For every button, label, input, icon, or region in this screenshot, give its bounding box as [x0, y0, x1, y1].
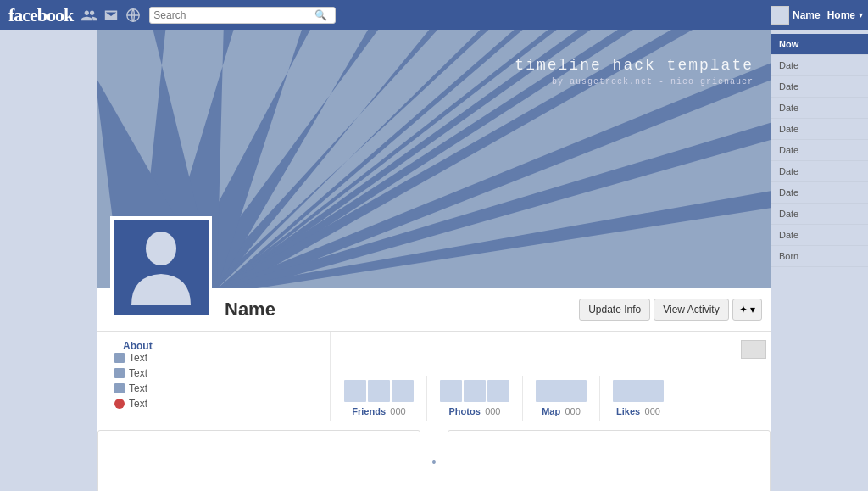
main-container: timeline hack template by ausgetrock.net… — [0, 30, 868, 491]
navbar: facebook 🔍 Name Home ▾ — [0, 0, 868, 30]
friends-icon[interactable] — [81, 8, 97, 23]
posts-left-panel — [97, 430, 420, 491]
friends-count: 000 — [390, 406, 405, 416]
nav-dropdown-arrow[interactable]: ▾ — [859, 10, 863, 20]
photo-thumb-1 — [440, 380, 462, 402]
about-left: About Text Text Text Te — [110, 332, 331, 421]
about-text-1: Text — [129, 352, 147, 364]
nav-account-avatar — [771, 6, 789, 25]
friend-thumb-2 — [368, 380, 390, 402]
about-row: About Text Text Text Te — [97, 331, 771, 421]
gear-icon: ✦ — [739, 304, 748, 315]
update-info-button[interactable]: Update Info — [579, 299, 650, 321]
svg-point-19 — [146, 232, 176, 265]
profile-section: Name Update Info View Activity ✦ ▾ About… — [97, 288, 771, 491]
about-item-4: Text — [114, 398, 326, 410]
nav-icons — [81, 8, 141, 23]
likes-label: Likes — [616, 406, 640, 416]
nav-right: Name Home ▾ — [771, 0, 868, 30]
friends-label-row: Friends 000 — [352, 405, 405, 417]
right-sidebar: Now Date Date Date Date Date Date Date D… — [771, 30, 868, 491]
timeline-hack-title: timeline hack template by ausgetrock.net… — [515, 55, 754, 88]
photo-thumb-2 — [464, 380, 486, 402]
messages-icon[interactable] — [103, 8, 119, 23]
timeline-nav: Now Date Date Date Date Date Date Date D… — [771, 34, 868, 267]
likes-thumb — [613, 380, 664, 402]
about-item-3: Text — [114, 382, 326, 394]
tab-map[interactable]: Map 000 — [522, 376, 599, 421]
tab-photos[interactable]: Photos 000 — [426, 376, 522, 421]
friend-thumb-1 — [344, 380, 366, 402]
about-text-3: Text — [129, 382, 147, 394]
map-label-row: Map 000 — [542, 405, 581, 417]
search-input[interactable] — [153, 9, 314, 21]
timeline-nav-date-9[interactable]: Date — [771, 225, 868, 246]
timeline-nav-date-7[interactable]: Date — [771, 182, 868, 204]
timeline-hack-subtitle: by ausgetrock.net - nico grienauer — [515, 76, 754, 88]
about-tabs: Friends 000 Photos 000 — [331, 332, 771, 421]
posts-divider: • — [427, 430, 441, 491]
timeline-nav-date-5[interactable]: Date — [771, 140, 868, 161]
photos-label: Photos — [449, 406, 481, 416]
likes-count: 000 — [645, 406, 660, 416]
likes-thumbs — [613, 380, 664, 402]
about-icon-2 — [114, 368, 125, 378]
likes-label-row: Likes 000 — [616, 405, 660, 417]
friends-thumbs — [344, 380, 414, 402]
left-spacer — [0, 30, 97, 491]
timeline-nav-date-6[interactable]: Date — [771, 161, 868, 182]
tab-friends[interactable]: Friends 000 — [331, 376, 426, 421]
gear-button[interactable]: ✦ ▾ — [732, 299, 762, 321]
bottom-area: • — [97, 421, 771, 491]
extra-box — [741, 340, 766, 359]
about-text-4: Text — [129, 398, 147, 410]
photos-label-row: Photos 000 — [449, 405, 501, 417]
map-count: 000 — [565, 406, 580, 416]
search-bar: 🔍 — [149, 7, 336, 24]
photos-thumbs — [440, 380, 509, 402]
timeline-nav-date-2[interactable]: Date — [771, 76, 868, 98]
tab-likes[interactable]: Likes 000 — [599, 376, 676, 421]
heart-icon — [114, 399, 125, 409]
friend-thumb-3 — [392, 380, 414, 402]
posts-area: • — [97, 421, 771, 491]
map-thumbs — [536, 380, 587, 402]
center-area: timeline hack template by ausgetrock.net… — [97, 30, 771, 491]
about-icon-1 — [114, 353, 125, 363]
globe-icon[interactable] — [125, 8, 141, 23]
timeline-nav-born[interactable]: Born — [771, 246, 868, 267]
about-icon-3 — [114, 383, 125, 393]
profile-silhouette — [127, 225, 195, 310]
facebook-logo: facebook — [8, 4, 73, 26]
profile-actions: Update Info View Activity ✦ ▾ — [579, 299, 762, 321]
about-item-1: Text — [114, 352, 326, 364]
profile-name: Name — [225, 299, 275, 321]
photos-count: 000 — [485, 406, 500, 416]
timeline-nav-date-8[interactable]: Date — [771, 204, 868, 225]
timeline-nav-date-3[interactable]: Date — [771, 98, 868, 119]
nav-home[interactable]: Home — [827, 9, 855, 21]
timeline-nav-date-4[interactable]: Date — [771, 119, 868, 140]
map-thumb — [536, 380, 587, 402]
timeline-nav-now[interactable]: Now — [771, 34, 868, 55]
search-button[interactable]: 🔍 — [314, 9, 327, 21]
about-item-2: Text — [114, 367, 326, 379]
bottom-content: • — [97, 421, 771, 491]
about-text-2: Text — [129, 367, 147, 379]
photo-thumb-3 — [487, 380, 509, 402]
timeline-nav-date-1[interactable]: Date — [771, 55, 868, 76]
friends-label: Friends — [352, 406, 386, 416]
profile-picture — [110, 216, 212, 318]
nav-name[interactable]: Name — [793, 9, 821, 21]
view-activity-button[interactable]: View Activity — [654, 299, 728, 321]
posts-right-panel — [448, 430, 771, 491]
map-label: Map — [542, 406, 560, 416]
